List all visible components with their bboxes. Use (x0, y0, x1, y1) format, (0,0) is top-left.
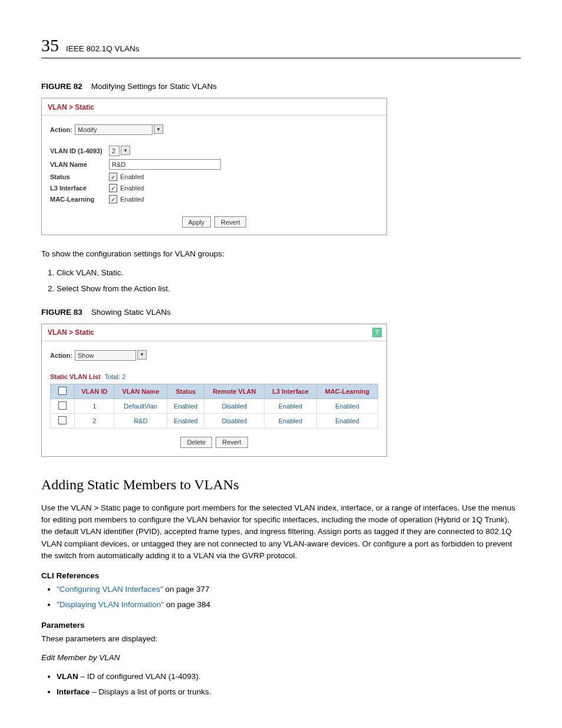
action-select[interactable]: Modify (75, 124, 153, 135)
cli-suffix: on page 377 (163, 585, 210, 594)
l3-enabled-text: Enabled (120, 185, 144, 192)
param-term: Interface (57, 687, 90, 696)
step-item: Select Show from the Action list. (57, 283, 521, 295)
col-vlanname: VLAN Name (114, 384, 167, 398)
select-all-checkbox[interactable] (58, 387, 67, 395)
action-select[interactable]: Show (75, 350, 136, 361)
l3-label: L3 Interface (50, 185, 109, 192)
figure82-caption: FIGURE 82 Modifying Settings for Static … (41, 82, 521, 91)
dropdown-arrow-icon[interactable]: ▼ (137, 350, 147, 360)
vlan-id-label: VLAN ID (1-4093) (50, 147, 109, 154)
cli-suffix: on page 384 (164, 600, 210, 609)
params-list: VLAN – ID of configured VLAN (1-4093). I… (41, 671, 521, 699)
page-header: 35 IEEE 802.1Q VLANs (41, 35, 521, 58)
params-intro: These parameters are displayed: (41, 633, 521, 645)
breadcrumb: VLAN > Static (48, 328, 94, 337)
cell-vlanid: 2 (75, 413, 114, 428)
param-desc: – ID of configured VLAN (1-4093). (78, 672, 201, 681)
l3-checkbox[interactable]: ✓ (109, 184, 117, 192)
col-remote: Remote VLAN (204, 384, 265, 398)
status-checkbox[interactable]: ✓ (109, 173, 117, 181)
cell-vlanname: R&D (114, 413, 167, 428)
figure82-label: FIGURE 82 (41, 82, 82, 91)
vlan-name-label: VLAN Name (50, 161, 109, 168)
cell-mac: Enabled (316, 413, 378, 428)
params-heading: Parameters (41, 621, 521, 630)
help-icon[interactable]: ? (372, 328, 382, 337)
cli-refs-list: "Configuring VLAN Interfaces" on page 37… (41, 584, 521, 611)
running-title: IEEE 802.1Q VLANs (66, 44, 140, 53)
col-status: Status (167, 384, 204, 398)
list-total: Total: 2 (105, 373, 125, 380)
table-row: 2 R&D Enabled Disabled Enabled Enabled (51, 413, 378, 428)
figure83-screenshot: VLAN > Static ? Action: Show ▼ Static VL… (41, 324, 387, 457)
table-row: 1 DefaultVlan Enabled Disabled Enabled E… (51, 398, 378, 413)
status-enabled-text: Enabled (120, 173, 144, 180)
cell-status: Enabled (167, 413, 204, 428)
param-term: VLAN (57, 672, 78, 681)
intro-text: To show the configuration settings for V… (41, 248, 521, 260)
mac-checkbox[interactable]: ✓ (109, 195, 117, 203)
figure82-caption-text: Modifying Settings for Static VLANs (91, 82, 217, 91)
cli-heading: CLI References (41, 571, 521, 580)
cell-vlanid: 1 (75, 398, 114, 413)
mac-enabled-text: Enabled (120, 196, 144, 203)
cell-remote: Disabled (204, 398, 265, 413)
section-paragraph: Use the VLAN > Static page to configure … (41, 502, 521, 562)
col-mac: MAC-Learning (316, 384, 378, 398)
list-item: VLAN – ID of configured VLAN (1-4093). (57, 671, 521, 683)
cli-link[interactable]: "Displaying VLAN Information" (57, 600, 164, 609)
dropdown-arrow-icon[interactable]: ▼ (154, 124, 163, 134)
cell-l3: Enabled (265, 413, 316, 428)
cell-remote: Disabled (204, 413, 265, 428)
figure82-screenshot: VLAN > Static Action: Modify ▼ VLAN ID (… (41, 98, 387, 235)
vlan-table: VLAN ID VLAN Name Status Remote VLAN L3 … (50, 384, 378, 429)
section-title: Adding Static Members to VLANs (41, 477, 521, 493)
step-item: Click VLAN, Static. (57, 267, 521, 279)
status-label: Status (50, 173, 109, 180)
list-item: "Configuring VLAN Interfaces" on page 37… (57, 584, 521, 595)
col-l3: L3 Interface (265, 384, 316, 398)
breadcrumb: VLAN > Static (42, 98, 386, 116)
list-label: Static VLAN List Total: 2 (50, 373, 378, 380)
chapter-number: 35 (41, 35, 59, 55)
steps-list: Click VLAN, Static. Select Show from the… (41, 267, 521, 295)
cell-l3: Enabled (265, 398, 316, 413)
param-desc: – Displays a list of ports or trunks. (90, 687, 211, 696)
row-checkbox[interactable] (58, 416, 67, 424)
dropdown-arrow-icon[interactable]: ▼ (121, 146, 130, 155)
row-checkbox[interactable] (58, 401, 67, 410)
col-vlanid: VLAN ID (75, 384, 114, 398)
figure83-caption-text: Showing Static VLANs (91, 308, 171, 317)
list-item: "Displaying VLAN Information" on page 38… (57, 599, 521, 611)
delete-button[interactable]: Delete (180, 437, 212, 448)
vlan-id-select[interactable]: 2 (109, 146, 120, 156)
figure83-label: FIGURE 83 (41, 308, 82, 317)
cli-link[interactable]: "Configuring VLAN Interfaces" (57, 585, 163, 594)
cell-mac: Enabled (316, 398, 378, 413)
apply-button[interactable]: Apply (182, 216, 211, 228)
revert-button[interactable]: Revert (216, 437, 247, 448)
vlan-name-input[interactable]: R&D (109, 159, 221, 170)
mac-label: MAC-Learning (50, 196, 109, 203)
action-label: Action: (50, 352, 75, 359)
figure83-caption: FIGURE 83 Showing Static VLANs (41, 308, 521, 317)
params-subhead: Edit Member by VLAN (41, 652, 521, 664)
revert-button[interactable]: Revert (214, 216, 246, 228)
list-item: Interface – Displays a list of ports or … (57, 686, 521, 698)
cell-vlanname: DefaultVlan (114, 398, 167, 413)
action-label: Action: (50, 126, 75, 133)
cell-status: Enabled (167, 398, 204, 413)
